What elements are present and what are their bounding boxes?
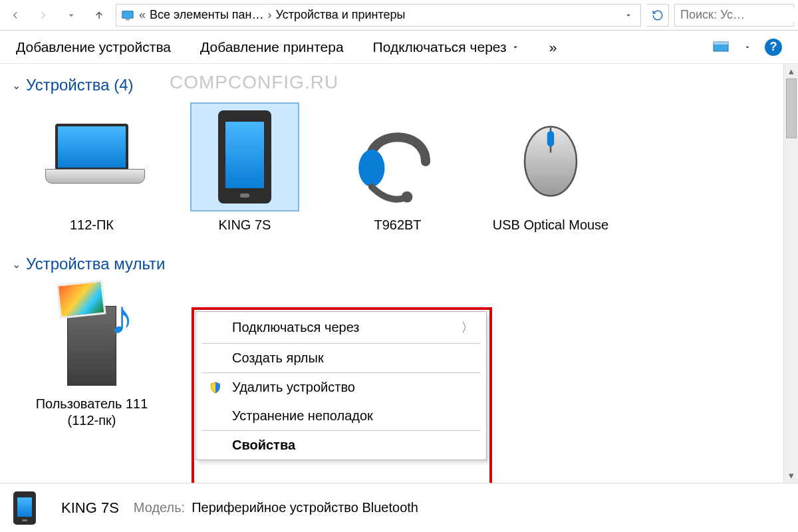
scroll-down-icon[interactable]: ▾ [784,468,798,483]
headset-icon [344,104,451,210]
command-bar: Добавление устройства Добавление принтер… [0,31,798,64]
chevron-right-icon: 〉 [461,319,474,336]
device-item-t962bt[interactable]: T962BT [338,104,458,233]
vertical-scrollbar[interactable]: ▴ ▾ [783,64,798,483]
scrollbar-thumb[interactable] [786,78,797,138]
nav-up-button[interactable] [88,4,110,27]
shield-icon [208,381,223,394]
device-label: KING 7S [219,217,271,233]
ctx-connect-via[interactable]: Подключаться через 〉 [196,312,486,343]
details-name: KING 7S [61,499,119,517]
collapse-icon: ⌄ [12,258,21,271]
svg-rect-1 [126,19,130,20]
content-area: COMPCONFIG.RU ⌄ Устройства (4) 112-ПК KI… [0,64,798,483]
breadcrumb-dropdown[interactable] [620,11,636,20]
search-input[interactable] [680,8,798,22]
chevron-down-icon [511,43,520,52]
breadcrumb-root[interactable]: Все элементы пан… [150,8,264,22]
device-label: Пользователь 111 (112-пк) [32,396,152,429]
nav-forward-button[interactable] [32,4,55,27]
device-item-king7s[interactable]: KING 7S [185,104,305,233]
breadcrumb-current[interactable]: Устройства и принтеры [276,8,406,22]
svg-point-6 [402,192,413,203]
scroll-up-icon[interactable]: ▴ [784,64,798,78]
details-pane: KING 7S Модель: Периферийное устройство … [0,483,798,532]
add-device-button[interactable]: Добавление устройства [16,39,171,55]
connect-via-menu[interactable]: Подключаться через [373,39,520,55]
svg-point-5 [358,150,384,187]
svg-rect-0 [122,11,134,18]
details-model-value: Периферийное устройство Bluetooth [192,500,418,515]
ctx-create-shortcut[interactable]: Создать ярлык [196,344,486,372]
device-label: USB Optical Mouse [493,217,609,233]
search-box[interactable] [674,4,794,27]
chevron-right-icon: › [268,8,272,22]
media-server-icon: ♪ [55,286,128,386]
details-thumbnail [13,491,47,525]
svg-rect-4 [714,42,728,45]
mouse-icon [497,104,604,210]
address-bar: « Все элементы пан… › Устройства и принт… [0,0,798,31]
view-options-button[interactable] [712,38,730,57]
chevron-down-icon[interactable] [743,43,751,51]
details-model: Модель: Периферийное устройство Bluetoot… [134,500,418,515]
add-printer-button[interactable]: Добавление принтера [200,39,344,55]
nav-recent-dropdown[interactable] [60,4,82,27]
device-item-media-server[interactable]: ♪ Пользователь 111 (112-пк) [32,283,152,429]
toolbar-overflow-button[interactable]: » [549,39,557,55]
device-label: T962BT [374,217,421,233]
laptop-icon [45,124,138,190]
group-header-devices[interactable]: ⌄ Устройства (4) [12,76,786,94]
group-header-multimedia[interactable]: ⌄ Устройства мульти [12,255,786,273]
phone-icon [218,110,271,203]
device-label: 112-ПК [70,217,114,233]
watermark-text: COMPCONFIG.RU [170,72,338,93]
control-panel-icon [120,8,135,23]
devices-row: 112-ПК KING 7S T962BT USB Optical Mouse [32,104,786,233]
breadcrumb[interactable]: « Все элементы пан… › Устройства и принт… [116,4,641,27]
context-menu: Подключаться через 〉 Создать ярлык Удали… [196,311,487,460]
nav-back-button[interactable] [4,4,27,27]
ctx-remove-device[interactable]: Удалить устройство [196,373,486,402]
collapse-icon: ⌄ [12,79,21,92]
group-header-label: Устройства (4) [26,76,134,94]
device-item-112pk[interactable]: 112-ПК [32,104,152,233]
group-header-label: Устройства мульти [26,255,166,273]
help-button[interactable]: ? [765,39,782,56]
details-model-label: Модель: [134,500,185,515]
breadcrumb-overflow-icon: « [139,8,146,22]
ctx-properties[interactable]: Свойства [196,431,486,460]
device-item-mouse[interactable]: USB Optical Mouse [491,104,610,233]
svg-rect-9 [547,131,554,146]
ctx-troubleshoot[interactable]: Устранение неполадок [196,402,486,430]
refresh-button[interactable] [646,4,669,27]
